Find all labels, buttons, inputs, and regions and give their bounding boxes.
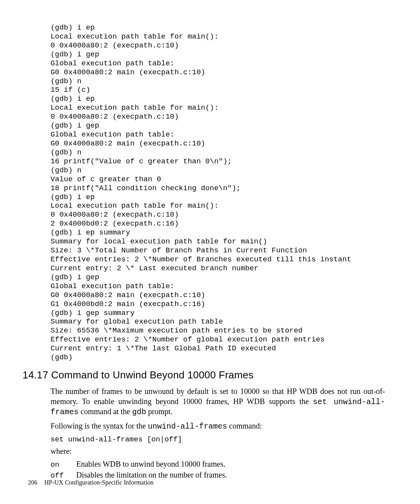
footer-title: HP-UX Configuration-Specific Information	[44, 479, 154, 486]
inline-code-gdb: gdb	[132, 408, 146, 416]
paragraph-syntax-a: Following is the syntax for the	[51, 422, 148, 430]
paragraph-intro-b: command at the	[79, 407, 132, 416]
definition-desc-on: Enables WDB to unwind beyond 10000 frame…	[76, 460, 225, 469]
definition-row-off: off Disables the limitation on the numbe…	[51, 471, 385, 480]
paragraph-syntax-b: command:	[227, 422, 262, 430]
where-label: where:	[51, 447, 385, 456]
inline-code-unwind: unwind-all-frames	[148, 422, 227, 431]
definition-row-on: on Enables WDB to unwind beyond 10000 fr…	[51, 460, 385, 469]
paragraph-intro: The number of frames to be unwound by de…	[51, 387, 385, 417]
paragraph-intro-c: prompt.	[146, 407, 173, 416]
page-number: 206	[28, 479, 37, 486]
page-footer: 206 HP-UX Configuration-Specific Informa…	[28, 479, 154, 486]
definition-term-on: on	[51, 460, 76, 469]
section-heading: 14.17 Command to Unwind Beyond 10000 Fra…	[23, 369, 385, 381]
gdb-session-output: (gdb) i ep Local execution path table fo…	[51, 23, 385, 362]
definition-desc-off: Disables the limitation on the number of…	[76, 471, 227, 480]
syntax-usage: set unwind-all-frames [on|off]	[51, 435, 385, 444]
paragraph-syntax-intro: Following is the syntax for the unwind-a…	[51, 421, 385, 432]
